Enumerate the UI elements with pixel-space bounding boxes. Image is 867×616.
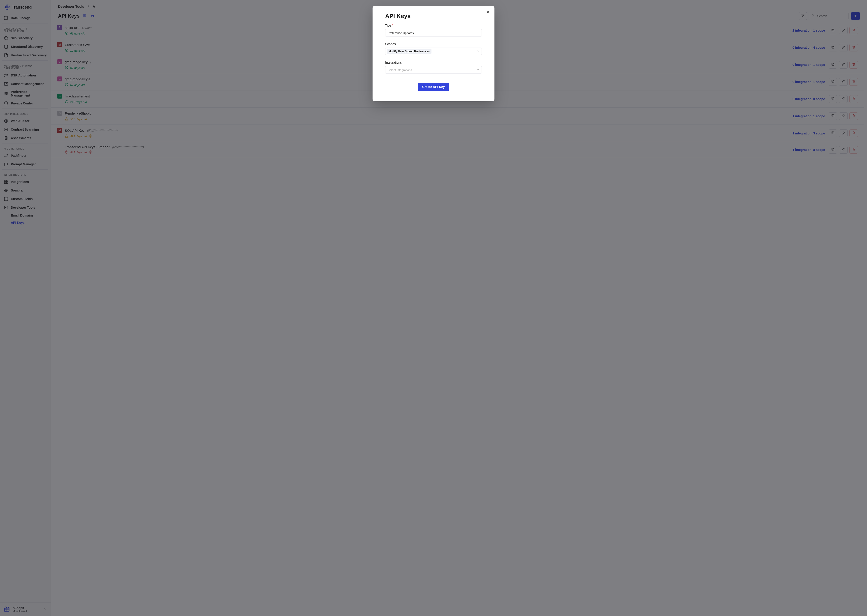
modal-overlay: API Keys Title * Scopes Modify User Stor… (0, 0, 867, 616)
title-input[interactable] (385, 29, 482, 37)
required-star: * (392, 24, 393, 27)
integrations-select[interactable]: Select Integrations (385, 66, 482, 74)
close-icon (486, 10, 490, 15)
label-text: Title (385, 24, 391, 27)
scope-chip[interactable]: Modify User Stored Preferences (387, 49, 432, 54)
title-field-label: Title * (385, 24, 482, 27)
create-api-key-button[interactable]: Create API Key (418, 83, 449, 91)
integrations-field-label: Integrations (385, 61, 482, 64)
scopes-field-label: Scopes (385, 42, 482, 46)
chevron-down-icon (477, 68, 480, 72)
select-placeholder: Select Integrations (387, 68, 412, 72)
create-api-key-modal: API Keys Title * Scopes Modify User Stor… (372, 6, 495, 101)
chevron-down-icon (477, 50, 480, 53)
close-button[interactable] (485, 9, 491, 15)
modal-title: API Keys (385, 13, 482, 20)
scopes-select[interactable]: Modify User Stored Preferences (385, 47, 482, 55)
